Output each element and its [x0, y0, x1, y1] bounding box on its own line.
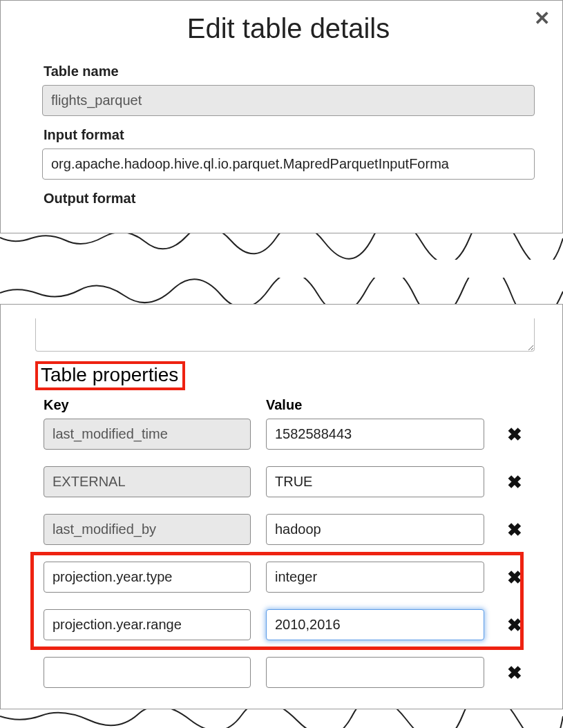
dialog-top: ✕ Edit table details Table name Input fo…: [0, 0, 563, 233]
property-key-input[interactable]: [44, 609, 251, 640]
input-format-input[interactable]: [42, 149, 535, 180]
remove-row-icon[interactable]: ✖: [499, 664, 530, 682]
property-key-input[interactable]: [44, 562, 251, 593]
column-value-label: Value: [266, 397, 484, 413]
property-key-input[interactable]: [44, 514, 251, 545]
property-value-input[interactable]: [266, 466, 484, 497]
dialog-title: Edit table details: [42, 13, 535, 44]
table-row: ✖: [44, 562, 535, 593]
property-value-input[interactable]: [266, 657, 484, 688]
table-row: ✖: [44, 514, 535, 545]
property-key-input[interactable]: [44, 657, 251, 688]
property-value-input[interactable]: [266, 514, 484, 545]
column-key-label: Key: [44, 397, 251, 413]
torn-edge-icon: [0, 708, 563, 728]
remove-row-icon[interactable]: ✖: [499, 473, 530, 491]
close-icon[interactable]: ✕: [534, 9, 550, 28]
dialog-bottom: Table properties Key Value ✖✖✖✖✖✖: [0, 304, 563, 709]
remove-row-icon[interactable]: ✖: [499, 425, 530, 443]
property-key-input[interactable]: [44, 466, 251, 497]
table-row: ✖: [44, 657, 535, 688]
remove-row-icon[interactable]: ✖: [499, 568, 530, 586]
table-row: ✖: [44, 466, 535, 497]
property-value-input[interactable]: [266, 562, 484, 593]
serde-params-textarea[interactable]: [35, 318, 535, 352]
output-format-label: Output format: [44, 191, 535, 207]
table-properties-heading: Table properties: [35, 361, 185, 390]
remove-row-icon[interactable]: ✖: [499, 521, 530, 539]
table-row: ✖: [44, 609, 535, 640]
property-value-input[interactable]: [266, 419, 484, 450]
table-name-input[interactable]: [42, 85, 535, 116]
properties-columns: Key Value: [44, 397, 535, 413]
table-name-label: Table name: [44, 64, 535, 79]
property-value-input[interactable]: [266, 609, 484, 640]
torn-edge-icon: [0, 232, 563, 260]
property-key-input[interactable]: [44, 419, 251, 450]
input-format-label: Input format: [44, 127, 535, 143]
remove-row-icon[interactable]: ✖: [499, 616, 530, 634]
properties-rows: ✖✖✖✖✖✖: [35, 419, 535, 688]
table-row: ✖: [44, 419, 535, 450]
torn-edge-icon: [0, 278, 563, 305]
